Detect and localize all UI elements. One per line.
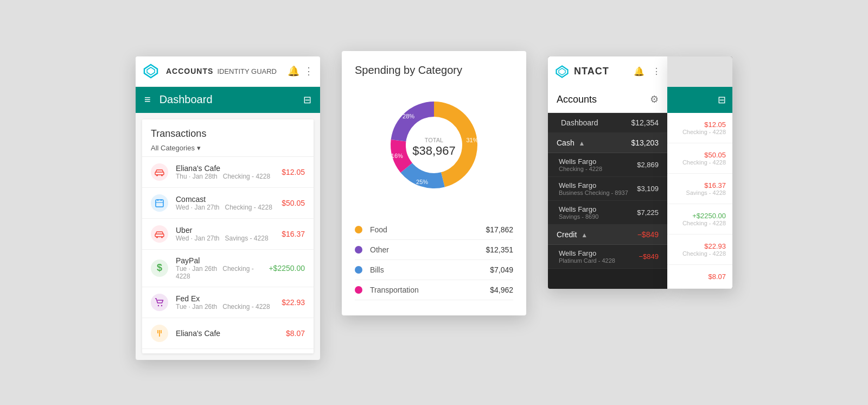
- accounts-list: Dashboard $12,354 Cash ▲ $13,203 Wells F…: [548, 113, 667, 269]
- transaction-info: Eliana's Cafe: [176, 329, 286, 338]
- ghost-amount: $22.93: [674, 242, 726, 250]
- accounts-header: Accounts ⚙: [548, 87, 667, 113]
- account-row-amount: $3,109: [637, 185, 659, 193]
- more-icon[interactable]: ⋮: [304, 65, 314, 77]
- cash-arrow: ▲: [579, 140, 585, 147]
- ghost-meta: Checking - 4228: [674, 159, 726, 166]
- ghost-item: +$2250.00 Checking - 4228: [667, 204, 732, 235]
- ghost-item: $8.07: [667, 265, 732, 289]
- transaction-amount: $12.05: [282, 168, 305, 176]
- legend-label: Food: [370, 225, 486, 234]
- transaction-row[interactable]: Comcast Wed · Jan 27th Checking - 4228$5…: [142, 188, 314, 219]
- transaction-row[interactable]: Fed Ex Tue · Jan 26th Checking - 4228$22…: [142, 287, 314, 318]
- legend-dot: [355, 246, 362, 254]
- legend-list: Food $17,862 Other $12,351 Bills $7,049 …: [355, 220, 513, 300]
- transaction-name: Fed Ex: [176, 294, 282, 303]
- hamburger-icon[interactable]: ≡: [144, 93, 151, 106]
- legend-value: $7,049: [490, 265, 513, 274]
- transaction-row[interactable]: Uber Wed · Jan 27th Savings - 4228$16.37: [142, 219, 314, 250]
- dashboard-row-label: Dashboard: [557, 118, 631, 127]
- account-row[interactable]: Wells Fargo Business Checking - 8937 $3,…: [548, 177, 667, 201]
- svg-rect-5: [156, 200, 163, 207]
- credit-label: Credit ▲: [557, 230, 637, 239]
- credit-total: −$849: [637, 230, 659, 239]
- svg-rect-2: [155, 172, 164, 175]
- ghost-item: $12.05 Checking - 4228: [667, 113, 732, 143]
- legend-item: Food $17,862: [355, 220, 513, 240]
- account-row[interactable]: Wells Fargo Savings - 8690 $7,225: [548, 201, 667, 225]
- ghost-amount: $50.05: [674, 151, 726, 159]
- svg-point-3: [156, 174, 158, 176]
- svg-text:TOTAL: TOTAL: [425, 137, 443, 143]
- svg-marker-20: [557, 66, 568, 77]
- categories-filter[interactable]: All Categories ▾: [151, 144, 305, 152]
- transactions-card: Transactions All Categories ▾ Eliana's C…: [142, 119, 314, 353]
- credit-account-amount: −$849: [639, 252, 659, 261]
- credit-account-row[interactable]: Wells Fargo Platinum Card - 4228 −$849: [548, 245, 667, 269]
- svg-text:$38,967: $38,967: [412, 144, 456, 157]
- toolbar-identity-label: IDENTITY GUARD: [217, 67, 277, 75]
- transaction-row[interactable]: $PayPal Tue · Jan 26th Checking - 4228+$…: [142, 250, 314, 287]
- transaction-meta: Tue · Jan 26th Checking - 4228: [176, 265, 269, 280]
- transaction-list: Eliana's Cafe Thu · Jan 28th Checking - …: [142, 157, 314, 349]
- transaction-amount: $50.05: [282, 199, 305, 207]
- transaction-name: Uber: [176, 226, 282, 235]
- screen3-wrapper: NTACT 🔔 ⋮ Accounts ⚙ Dashboard $12,354: [548, 56, 732, 289]
- transaction-row[interactable]: Eliana's Cafe Thu · Jan 28th Checking - …: [142, 157, 314, 188]
- screen3-bell-icon[interactable]: 🔔: [634, 66, 644, 77]
- account-row-left: Wells Fargo Business Checking - 8937: [559, 181, 637, 196]
- transaction-meta: Thu · Jan 28th Checking - 4228: [176, 173, 282, 180]
- dashboard-title: Dashboard: [159, 93, 303, 106]
- toolbar-accounts-label: ACCOUNTS: [166, 67, 217, 75]
- dashboard-account-row[interactable]: Dashboard $12,354: [548, 113, 667, 133]
- legend-value: $4,962: [490, 286, 513, 294]
- screen3-more-icon[interactable]: ⋮: [652, 66, 661, 77]
- transaction-icon: $: [151, 260, 168, 277]
- transaction-amount: +$2250.00: [269, 264, 305, 273]
- svg-marker-0: [144, 65, 157, 78]
- svg-point-11: [161, 236, 163, 238]
- credit-arrow: ▲: [581, 231, 588, 239]
- transaction-icon: [151, 225, 168, 243]
- transaction-row[interactable]: Eliana's Cafe $8.07: [142, 318, 314, 349]
- account-row-amount: $7,225: [637, 208, 659, 217]
- transactions-title: Transactions: [151, 128, 305, 140]
- legend-value: $12,351: [486, 245, 513, 254]
- transaction-icon: [151, 294, 168, 311]
- cash-label: Cash ▲: [557, 138, 631, 147]
- ghost-meta: Checking - 4228: [674, 129, 726, 135]
- bell-icon[interactable]: 🔔: [288, 65, 299, 77]
- account-row[interactable]: Wells Fargo Checking - 4228 $2,869: [548, 153, 667, 177]
- account-row-sub: Savings - 8690: [559, 213, 637, 220]
- credit-section-header[interactable]: Credit ▲ −$849: [548, 225, 667, 245]
- transaction-meta: Wed · Jan 27th Checking - 4228: [176, 204, 282, 211]
- cash-section-header[interactable]: Cash ▲ $13,203: [548, 133, 667, 153]
- transaction-icon: [151, 194, 168, 212]
- account-row-name: Wells Fargo: [559, 205, 637, 213]
- donut-segment-other: [391, 102, 434, 141]
- svg-rect-9: [155, 234, 164, 237]
- transaction-icon: [151, 163, 168, 181]
- legend-container: Food $17,862 Other $12,351 Bills $7,049 …: [342, 216, 526, 305]
- ghost-meta: Checking - 4228: [674, 220, 726, 226]
- donut-chart: TOTAL $38,967 31%25%16%28%: [374, 85, 494, 205]
- legend-dot: [355, 286, 362, 294]
- ghost-items: $12.05 Checking - 4228 $50.05 Checking -…: [667, 113, 732, 289]
- transaction-name: Eliana's Cafe: [176, 329, 286, 338]
- screen3-logo-icon: [554, 64, 570, 79]
- transaction-amount: $22.93: [282, 298, 305, 307]
- ghost-toolbar: [667, 56, 732, 87]
- transactions-header: Transactions All Categories ▾: [142, 119, 314, 157]
- donut-label-food: 31%: [466, 137, 478, 143]
- transaction-name: Comcast: [176, 195, 282, 204]
- dashboard-row-amount: $12,354: [631, 118, 659, 127]
- brand-label: NTACT: [574, 66, 629, 77]
- transaction-info: Eliana's Cafe Thu · Jan 28th Checking - …: [176, 164, 282, 180]
- transaction-icon: [151, 325, 168, 342]
- screen2-spending: Spending by Category TOTAL $38,967 31%25…: [342, 51, 526, 315]
- gear-icon[interactable]: ⚙: [650, 93, 659, 105]
- credit-account-name: Wells Fargo: [559, 249, 639, 257]
- screen3-toolbar: NTACT 🔔 ⋮: [548, 56, 667, 87]
- donut-label-transportation: 16%: [391, 152, 403, 159]
- filter-icon[interactable]: ⊟: [303, 94, 311, 106]
